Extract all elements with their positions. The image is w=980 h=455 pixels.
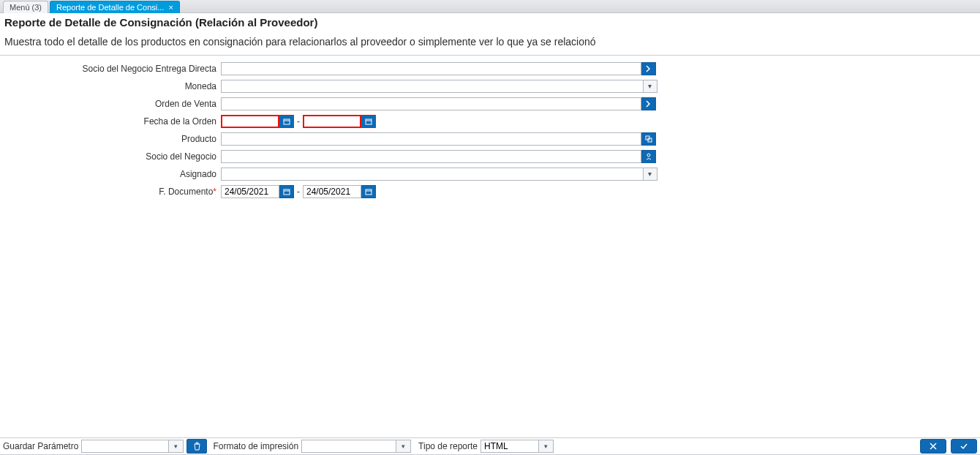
cancel-button[interactable] bbox=[920, 439, 946, 454]
tab-menu-label: Menú (3) bbox=[10, 3, 42, 12]
close-icon[interactable]: × bbox=[168, 4, 173, 12]
svg-point-6 bbox=[647, 154, 650, 157]
label-fecha-orden: Fecha de la Orden bbox=[0, 116, 221, 127]
lookup-socio-entrega-button[interactable] bbox=[641, 62, 656, 75]
page-header: Reporte de Detalle de Consignación (Rela… bbox=[0, 13, 980, 48]
svg-rect-0 bbox=[284, 119, 290, 124]
input-moneda[interactable] bbox=[221, 80, 644, 93]
label-tipo-reporte: Tipo de reporte bbox=[418, 441, 478, 451]
date-range-dash: - bbox=[294, 116, 303, 127]
label-moneda: Moneda bbox=[0, 81, 221, 91]
input-f-documento-to[interactable] bbox=[303, 185, 361, 198]
bottom-toolbar: Guardar Parámetro ▾ Formato de impresión… bbox=[0, 437, 980, 455]
dropdown-asignado-button[interactable]: ▾ bbox=[644, 168, 657, 181]
divider bbox=[0, 55, 980, 56]
dropdown-tipo-reporte-button[interactable]: ▾ bbox=[539, 440, 554, 453]
confirm-button[interactable] bbox=[951, 439, 977, 454]
calendar-f-documento-to-button[interactable] bbox=[361, 185, 376, 198]
input-fecha-orden-from[interactable] bbox=[221, 115, 279, 128]
delete-parametro-button[interactable] bbox=[186, 439, 207, 454]
input-guardar-parametro[interactable] bbox=[81, 440, 169, 453]
page-title: Reporte de Detalle de Consignación (Rela… bbox=[4, 16, 976, 29]
label-f-documento: F. Documento* bbox=[0, 187, 221, 197]
input-asignado[interactable] bbox=[221, 168, 644, 181]
tab-bar: Menú (3) Reporte de Detalle de Consi... … bbox=[0, 0, 980, 13]
dropdown-guardar-parametro-button[interactable]: ▾ bbox=[169, 440, 184, 453]
lookup-orden-venta-button[interactable] bbox=[641, 97, 656, 110]
input-f-documento-from[interactable] bbox=[221, 185, 279, 198]
calendar-fecha-orden-to-button[interactable] bbox=[361, 115, 376, 128]
lookup-socio-negocio-button[interactable] bbox=[641, 150, 656, 163]
label-formato-impresion: Formato de impresión bbox=[213, 441, 298, 451]
svg-rect-7 bbox=[284, 189, 290, 195]
label-orden-venta: Orden de Venta bbox=[0, 99, 221, 109]
input-orden-venta[interactable] bbox=[221, 97, 641, 110]
tab-report-label: Reporte de Detalle de Consi... bbox=[56, 3, 164, 12]
lookup-producto-button[interactable] bbox=[641, 132, 656, 146]
input-fecha-orden-to[interactable] bbox=[303, 115, 361, 128]
svg-rect-2 bbox=[366, 119, 372, 124]
tab-report[interactable]: Reporte de Detalle de Consi... × bbox=[50, 1, 180, 13]
page-description: Muestra todo el detalle de los productos… bbox=[4, 36, 976, 48]
form: Socio del Negocio Entrega Directa Moneda… bbox=[0, 60, 980, 200]
label-guardar-parametro: Guardar Parámetro bbox=[3, 441, 78, 451]
date-range-dash-2: - bbox=[294, 187, 303, 197]
input-tipo-reporte[interactable] bbox=[480, 440, 539, 453]
label-asignado: Asignado bbox=[0, 169, 221, 179]
calendar-f-documento-from-button[interactable] bbox=[279, 185, 294, 198]
input-producto[interactable] bbox=[221, 132, 641, 146]
label-producto: Producto bbox=[0, 134, 221, 144]
label-socio-entrega: Socio del Negocio Entrega Directa bbox=[0, 64, 221, 74]
svg-rect-9 bbox=[366, 189, 372, 195]
label-socio-negocio: Socio del Negocio bbox=[0, 151, 221, 162]
input-formato-impresion[interactable] bbox=[301, 440, 396, 453]
tab-menu[interactable]: Menú (3) bbox=[3, 1, 48, 13]
calendar-fecha-orden-from-button[interactable] bbox=[279, 115, 294, 128]
dropdown-moneda-button[interactable]: ▾ bbox=[644, 80, 657, 93]
input-socio-negocio[interactable] bbox=[221, 150, 641, 163]
dropdown-formato-impresion-button[interactable]: ▾ bbox=[396, 440, 411, 453]
input-socio-entrega[interactable] bbox=[221, 62, 641, 75]
